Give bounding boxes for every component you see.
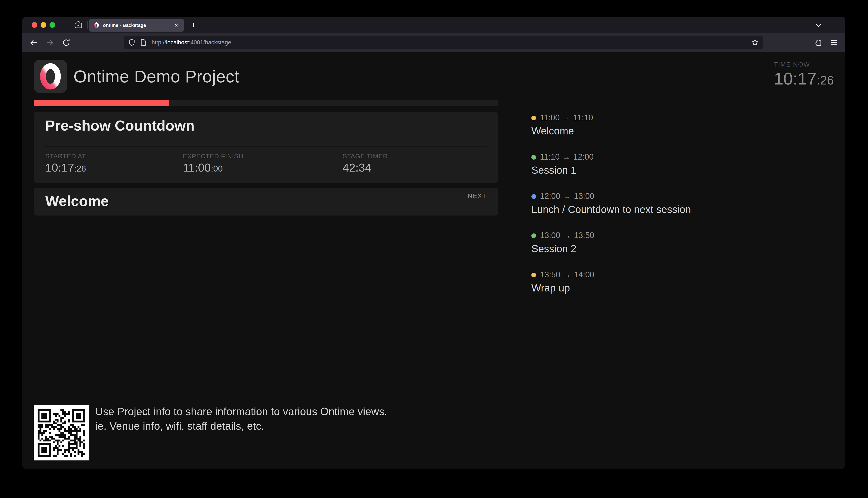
backstage-view: Ontime Demo Project TIME NOW 10:17:26 Pr… — [22, 52, 845, 469]
schedule-item: 13:50→14:00 Wrap up — [532, 270, 770, 294]
window-zoom-button[interactable] — [50, 22, 55, 28]
event-color-dot — [532, 155, 536, 159]
event-color-dot — [532, 115, 536, 120]
progress-bar — [34, 100, 498, 106]
event-title: Session 1 — [532, 164, 770, 176]
extensions-button[interactable] — [814, 38, 822, 47]
url-host: localhost — [166, 39, 189, 45]
forward-icon — [45, 38, 55, 47]
qr-code — [34, 405, 89, 460]
time-now: TIME NOW 10:17:26 — [774, 61, 834, 90]
event-title: Lunch / Countdown to next session — [532, 204, 770, 215]
tracking-protection-shield-icon[interactable] — [128, 39, 136, 46]
next-event-title: Welcome — [45, 193, 109, 210]
bookmark-star-icon[interactable] — [751, 39, 759, 46]
tab-title: ontime - Backstage — [103, 23, 173, 28]
arrow-icon: → — [563, 231, 571, 240]
time-now-label: TIME NOW — [774, 61, 834, 68]
schedule-item: 11:00→11:10 Welcome — [532, 113, 770, 137]
tab-bar: ontime - Backstage ✕ + — [22, 17, 845, 33]
running-event-title: Pre-show Countdown — [45, 117, 194, 134]
event-title: Wrap up — [532, 282, 770, 294]
running-event-card: Pre-show Countdown STARTED AT 10:17:26 E… — [34, 112, 498, 183]
event-title: Session 2 — [532, 243, 770, 255]
chevron-down-icon — [813, 22, 824, 28]
puzzle-piece-icon — [814, 38, 822, 47]
ontime-logo — [34, 60, 67, 93]
back-icon — [29, 38, 38, 47]
back-button[interactable] — [29, 38, 38, 47]
window-close-button[interactable] — [31, 22, 37, 28]
stage-timer: STAGE TIMER 42:34 — [343, 152, 388, 175]
url-text: http://localhost:4001/backstage — [152, 39, 231, 45]
window-minimize-button[interactable] — [41, 22, 46, 28]
url-path: :4001/backstage — [189, 39, 231, 45]
firefox-view-icon — [74, 21, 83, 29]
ontime-favicon — [93, 22, 100, 29]
event-color-dot — [532, 273, 536, 277]
firefox-view-button[interactable] — [74, 21, 83, 29]
next-event-card: Welcome NEXT — [34, 188, 498, 215]
expected-finish: EXPECTED FINISH 11:00:00 — [183, 152, 243, 175]
tab-close-button[interactable]: ✕ — [173, 22, 180, 28]
arrow-icon: → — [563, 270, 571, 279]
url-bar[interactable]: http://localhost:4001/backstage — [124, 36, 763, 49]
next-badge: NEXT — [468, 192, 487, 199]
arrow-icon: → — [563, 153, 570, 161]
tab-separator — [87, 21, 88, 29]
event-color-dot — [532, 194, 536, 199]
page-info-icon[interactable] — [140, 39, 147, 46]
reload-icon — [62, 38, 71, 47]
screen: ontime - Backstage ✕ + — [0, 0, 868, 498]
arrow-icon: → — [563, 113, 570, 122]
new-tab-button[interactable]: + — [188, 19, 199, 31]
navigation-toolbar: http://localhost:4001/backstage — [22, 33, 845, 52]
url-protocol: http:// — [152, 39, 166, 45]
schedule-item: 13:00→13:50 Session 2 — [532, 231, 770, 255]
progress-bar-fill — [34, 100, 169, 106]
browser-window: ontime - Backstage ✕ + — [22, 17, 845, 469]
forward-button[interactable] — [45, 38, 55, 47]
hamburger-menu-icon — [830, 38, 838, 47]
reload-button[interactable] — [62, 38, 71, 47]
project-info: Use Project info to share information to… — [95, 404, 387, 433]
tab-ontime-backstage[interactable]: ontime - Backstage ✕ — [89, 19, 184, 31]
schedule-item: 12:00→13:00 Lunch / Countdown to next se… — [532, 192, 770, 215]
event-color-dot — [532, 233, 536, 238]
list-all-tabs-button[interactable] — [813, 22, 824, 28]
project-info-line2: ie. Venue info, wifi, staff details, etc… — [95, 419, 387, 433]
project-info-line1: Use Project info to share information to… — [95, 404, 387, 419]
started-at: STARTED AT 10:17:26 — [45, 152, 86, 175]
menu-button[interactable] — [830, 38, 838, 47]
project-title: Ontime Demo Project — [74, 66, 239, 87]
schedule-item: 11:10→12:00 Session 1 — [532, 152, 770, 176]
event-title: Welcome — [532, 125, 770, 137]
arrow-icon: → — [563, 192, 571, 201]
time-now-clock: 10:17:26 — [774, 69, 834, 90]
card-divider — [45, 146, 487, 147]
